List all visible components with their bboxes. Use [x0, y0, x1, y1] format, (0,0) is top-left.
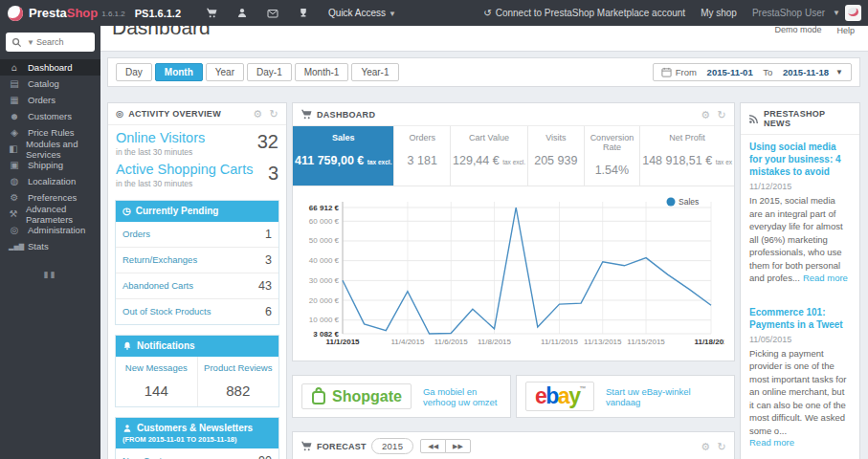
- date-range-picker[interactable]: From 2015-11-01 To 2015-11-18 ▼: [653, 63, 852, 81]
- sidebar-search[interactable]: ▼: [6, 33, 95, 52]
- svg-text:11/8/2015: 11/8/2015: [478, 338, 512, 346]
- user-icon: [122, 424, 132, 433]
- sidebar-item-advanced-parameters[interactable]: ⚒Advanced Parameters: [0, 206, 100, 222]
- refresh-icon[interactable]: ↻: [269, 109, 278, 119]
- online-visitors-link[interactable]: Online Visitors: [116, 131, 205, 146]
- orders-icon: ▦: [9, 96, 20, 105]
- marketplace-connect-link[interactable]: ↺Connect to PrestaShop Marketplace accou…: [483, 8, 685, 18]
- forecast-panel-title: FORECAST: [317, 442, 367, 451]
- refresh-icon[interactable]: ↻: [717, 442, 726, 451]
- customers-icon[interactable]: [236, 8, 248, 18]
- currently-pending-section: ◷Currently Pending Orders1 Return/Exchan…: [115, 200, 279, 325]
- user-menu[interactable]: PrestaShop User▼: [752, 5, 861, 21]
- news-article-title-link[interactable]: Using social media for your business: 4 …: [749, 141, 851, 178]
- range-month-1-button[interactable]: Month-1: [295, 63, 349, 81]
- messages-icon[interactable]: [267, 9, 278, 18]
- ebay-logo: ebay™: [525, 382, 594, 411]
- svg-text:60 000 €: 60 000 €: [309, 217, 340, 226]
- news-article-title-link[interactable]: Ecommerce 101: Payments in a Tweet: [749, 306, 851, 331]
- gear-icon[interactable]: ⚙: [701, 442, 710, 451]
- kpi-conversion-rate[interactable]: Conversion Rate 1.54%: [585, 126, 641, 186]
- kpi-sales[interactable]: Sales 411 759,00 € tax excl.: [293, 126, 394, 186]
- sidebar-item-stats[interactable]: ▂▅▇Stats: [0, 238, 100, 254]
- customers-newsletters-section: Customers & Newsletters (FROM 2015-11-01…: [115, 417, 279, 459]
- sidebar-item-customers[interactable]: ☻Customers: [0, 108, 100, 124]
- news-article-body: In 2015, social media are an integral pa…: [749, 195, 843, 283]
- sidebar-item-modules[interactable]: ◧Modules and Services: [0, 141, 100, 157]
- forecast-year-pill[interactable]: 2015: [371, 438, 413, 454]
- prestashop-news-panel: PRESTASHOP NEWS Using social media for y…: [740, 102, 860, 459]
- forecast-next-button[interactable]: ▶▶: [445, 439, 471, 453]
- ebay-link[interactable]: Start uw eBay-winkel vandaag: [606, 386, 725, 407]
- search-input[interactable]: [36, 37, 86, 47]
- price-rules-icon: ◈: [9, 128, 20, 138]
- sidebar-item-shipping[interactable]: ▣Shipping: [0, 157, 100, 173]
- news-article-body: Picking a payment provider is one of the…: [749, 348, 846, 436]
- range-year-1-button[interactable]: Year-1: [351, 63, 398, 81]
- range-year-button[interactable]: Year: [206, 63, 244, 81]
- svg-text:11/13/2015: 11/13/2015: [584, 338, 622, 346]
- news-article: Using social media for your business: 4 …: [741, 135, 859, 293]
- sidebar-item-administration[interactable]: ◎Administration: [0, 222, 100, 238]
- list-item: Abandoned Carts43: [116, 273, 278, 299]
- shop-icon: [300, 109, 312, 120]
- read-more-link[interactable]: Read more: [749, 437, 851, 448]
- kpi-orders[interactable]: Orders 3 181: [394, 126, 451, 186]
- abandoned-carts-link[interactable]: Abandoned Carts: [122, 280, 193, 291]
- kpi-net-profit[interactable]: Net Profit 148 918,51 € tax ex: [640, 126, 734, 186]
- list-item: Orders1: [116, 222, 278, 248]
- svg-text:40 000 €: 40 000 €: [309, 256, 340, 265]
- cart-icon[interactable]: [206, 8, 217, 18]
- forecast-prev-button[interactable]: ◀◀: [420, 439, 446, 453]
- gear-icon[interactable]: ⚙: [253, 109, 262, 119]
- search-scope-caret-icon[interactable]: ▼: [27, 38, 34, 47]
- svg-text:30 000 €: 30 000 €: [309, 276, 340, 285]
- read-more-link[interactable]: Read more: [803, 273, 848, 283]
- product-reviews-link[interactable]: Product Reviews 882: [197, 357, 279, 406]
- svg-text:66 912 €: 66 912 €: [309, 204, 340, 212]
- activity-overview-panel: ◎ ACTIVITY OVERVIEW ⚙↻ Online Visitors i…: [107, 102, 287, 459]
- shopgate-link[interactable]: Ga mobiel en verhoog uw omzet: [423, 386, 501, 407]
- new-customers-link[interactable]: New Customers: [122, 455, 188, 459]
- new-messages-link[interactable]: New Messages 144: [116, 357, 197, 406]
- search-icon: [11, 37, 22, 48]
- bell-icon: [122, 340, 132, 351]
- pending-orders-link[interactable]: Orders: [122, 229, 150, 239]
- range-month-button[interactable]: Month: [155, 63, 203, 81]
- ebay-promo: ebay™ Start uw eBay-winkel vandaag: [516, 375, 735, 418]
- my-shop-link[interactable]: My shop: [701, 8, 737, 18]
- svg-text:3 082 €: 3 082 €: [313, 330, 339, 339]
- main-content: Dashboard Dashboard Demo mode ? Help Day…: [100, 0, 868, 459]
- stats-icon: ▂▅▇: [9, 242, 20, 251]
- list-item: Return/Exchanges3: [116, 248, 278, 273]
- svg-text:10 000 €: 10 000 €: [309, 316, 340, 324]
- range-day-1-button[interactable]: Day-1: [247, 63, 292, 81]
- quick-access-menu[interactable]: Quick Access▼: [328, 8, 396, 18]
- sidebar-item-localization[interactable]: ◍Localization: [0, 173, 100, 189]
- kpi-visits[interactable]: Visits 205 939: [528, 126, 585, 186]
- gear-icon[interactable]: ⚙: [701, 110, 710, 120]
- calendar-icon: [661, 67, 672, 77]
- kpi-cart-value[interactable]: Cart Value 129,44 € tax excl.: [451, 126, 528, 186]
- customers-icon: ☻: [9, 112, 20, 121]
- online-visitors-value: 32: [257, 131, 278, 157]
- top-bar: PrestaShop 1.6.1.2 PS1.6.1.2 Quick Acces…: [0, 0, 868, 26]
- sidebar-collapse-button[interactable]: ▮▮: [0, 270, 100, 279]
- pending-returns-link[interactable]: Return/Exchanges: [122, 254, 197, 265]
- trophy-icon[interactable]: [298, 8, 309, 18]
- sidebar-item-orders[interactable]: ▦Orders: [0, 92, 100, 108]
- customers-date-range: (FROM 2015-11-01 TO 2015-11-18): [122, 435, 272, 444]
- sidebar-item-catalog[interactable]: ▤Catalog: [0, 76, 100, 92]
- sidebar-item-dashboard[interactable]: ⌂Dashboard: [0, 59, 100, 76]
- active-carts-link[interactable]: Active Shopping Carts: [116, 163, 253, 178]
- localization-icon: ◍: [9, 177, 20, 186]
- list-item: New Customers90: [116, 448, 278, 459]
- range-day-button[interactable]: Day: [116, 63, 152, 81]
- advanced-parameters-icon: ⚒: [9, 209, 18, 219]
- find-more-news-link[interactable]: Find more news: [741, 455, 859, 459]
- online-visitors-sub: in the last 30 minutes: [116, 147, 205, 157]
- version-label: 1.6.1.2: [101, 10, 124, 18]
- out-of-stock-link[interactable]: Out of Stock Products: [122, 306, 211, 317]
- prestashop-logo-icon: [8, 6, 23, 21]
- refresh-icon[interactable]: ↻: [717, 110, 726, 120]
